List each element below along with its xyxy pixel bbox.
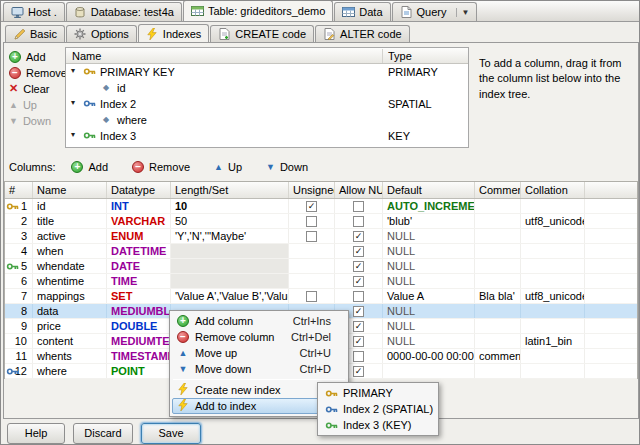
allow-null-checkbox[interactable]: ✓ (353, 231, 364, 242)
cell-collation[interactable]: utf8_unicode_ci (521, 289, 585, 303)
grid-header-allow-null[interactable]: Allow NULL (335, 182, 383, 198)
cell-default[interactable]: NULL (383, 229, 475, 243)
menu-item-add-column[interactable]: +Add columnCtrl+Ins (172, 313, 346, 329)
cell-comment[interactable] (475, 229, 521, 243)
cell-datatype[interactable]: DATE (107, 259, 171, 273)
cell-collation[interactable] (521, 364, 585, 378)
cell-datatype[interactable]: TIMESTAMP (107, 349, 171, 363)
columns-toolbar-remove[interactable]: −Remove (132, 161, 190, 173)
allow-null-checkbox[interactable]: ✓ (353, 246, 364, 257)
expand-arrow-icon[interactable]: ▾ (71, 98, 75, 107)
cell-name[interactable]: content (33, 334, 107, 348)
grid-row-active[interactable]: 3activeENUM'Y','N','''Maybe'✓NULL (5, 229, 637, 244)
allow-null-checkbox[interactable]: ✓ (353, 261, 364, 272)
cell-allow-null[interactable]: ✓ (335, 229, 383, 243)
unsigned-checkbox[interactable] (306, 231, 317, 242)
allow-null-checkbox[interactable]: ✓ (353, 276, 364, 287)
index-tree-row[interactable]: ▾Index 3KEY (66, 128, 468, 144)
cell-length-set[interactable] (171, 259, 289, 273)
cell-name[interactable]: active (33, 229, 107, 243)
help-button[interactable]: Help (7, 423, 65, 444)
cell-datatype[interactable]: MEDIUMTEXT (107, 334, 171, 348)
cell-default[interactable]: NULL (383, 259, 475, 273)
cell-comment[interactable] (475, 319, 521, 333)
cell-length-set[interactable]: 'Y','N','''Maybe' (171, 229, 289, 243)
grid-header-default[interactable]: Default (383, 182, 475, 198)
cell-collation[interactable] (521, 259, 585, 273)
unsigned-checkbox[interactable]: ✓ (306, 201, 317, 212)
allow-null-checkbox[interactable] (353, 216, 364, 227)
allow-null-checkbox[interactable]: ✓ (353, 321, 364, 332)
cell-default[interactable]: AUTO_INCREMENT (383, 199, 475, 213)
cell-allow-null[interactable]: ✓ (335, 274, 383, 288)
allow-null-checkbox[interactable] (353, 351, 364, 362)
grid-row-whendate[interactable]: 5whendateDATE✓NULL (5, 259, 637, 274)
submenu-item-index-2-spatial[interactable]: Index 2 (SPATIAL) (320, 401, 436, 417)
allow-null-checkbox[interactable] (353, 201, 364, 212)
cell-unsigned[interactable]: ✓ (289, 199, 335, 213)
index-toolbar-clear[interactable]: ✕Clear (9, 81, 50, 96)
menu-item-move-up[interactable]: ▲Move upCtrl+U (172, 345, 346, 361)
cell-collation[interactable] (521, 199, 585, 213)
allow-null-checkbox[interactable]: ✓ (353, 336, 364, 347)
cell-unsigned[interactable] (289, 214, 335, 228)
cell-allow-null[interactable]: ✓ (335, 259, 383, 273)
cell-default[interactable]: 0000-00-00 00:00:00 (383, 349, 475, 363)
cell-name[interactable]: whendate (33, 259, 107, 273)
main-tab-host[interactable]: Host . (3, 2, 65, 21)
cell-length-set[interactable] (171, 274, 289, 288)
grid-header-comment[interactable]: Comment (475, 182, 521, 198)
cell-length-set[interactable]: 50 (171, 214, 289, 228)
cell-default[interactable]: NULL (383, 334, 475, 348)
allow-null-checkbox[interactable]: ✓ (353, 306, 364, 317)
grid-row-whentime[interactable]: 6whentimeTIME✓NULL (5, 274, 637, 289)
cell-unsigned[interactable] (289, 289, 335, 303)
cell-default[interactable]: NULL (383, 274, 475, 288)
columns-toolbar-add[interactable]: +Add (71, 161, 108, 173)
main-tab-database-test4a[interactable]: Database: test4a (66, 2, 182, 21)
cell-allow-null[interactable] (335, 199, 383, 213)
allow-null-checkbox[interactable] (353, 291, 364, 302)
cell-default[interactable]: NULL (383, 244, 475, 258)
cell-datatype[interactable]: INT (107, 199, 171, 213)
cell-default[interactable]: NULL (383, 319, 475, 333)
cell-collation[interactable] (521, 274, 585, 288)
cell-datatype[interactable]: TIME (107, 274, 171, 288)
expand-arrow-icon[interactable]: ▾ (71, 130, 75, 139)
cell-comment[interactable]: Bla bla' (475, 289, 521, 303)
cell-name[interactable]: mappings (33, 289, 107, 303)
cell-name[interactable]: id (33, 199, 107, 213)
tab-dropdown-icon[interactable]: ▼ (456, 8, 470, 17)
cell-default[interactable]: Value A (383, 289, 475, 303)
cell-comment[interactable] (475, 304, 521, 318)
cell-comment[interactable] (475, 259, 521, 273)
cell-default[interactable]: NULL (383, 304, 475, 318)
cell-datatype[interactable]: MEDIUMBLOB (107, 304, 171, 318)
cell-collation[interactable] (521, 319, 585, 333)
grid-row-title[interactable]: 2titleVARCHAR50'blub'utf8_unicode_ci (5, 214, 637, 229)
cell-allow-null[interactable]: ✓ (335, 244, 383, 258)
cell-comment[interactable] (475, 214, 521, 228)
cell-comment[interactable] (475, 274, 521, 288)
cell-collation[interactable] (521, 304, 585, 318)
grid-header-length-set[interactable]: Length/Set (171, 182, 289, 198)
cell-name[interactable]: data (33, 304, 107, 318)
grid-header-datatype[interactable]: Datatype (107, 182, 171, 198)
main-tab-table-grideditors-demo[interactable]: Table: grideditors_demo (183, 0, 333, 21)
cell-name[interactable]: title (33, 214, 107, 228)
submenu-item-primary[interactable]: PRIMARY (320, 385, 436, 401)
cell-allow-null[interactable] (335, 289, 383, 303)
sub-tab-options[interactable]: Options (66, 25, 137, 42)
cell-comment[interactable]: comment (475, 349, 521, 363)
columns-toolbar-up[interactable]: ▲Up (214, 161, 242, 173)
cell-datatype[interactable]: SET (107, 289, 171, 303)
cell-datatype[interactable]: VARCHAR (107, 214, 171, 228)
grid-row-id[interactable]: 1idINT10✓AUTO_INCREMENT (5, 199, 637, 214)
cell-length-set[interactable]: 10 (171, 199, 289, 213)
cell-name[interactable]: whents (33, 349, 107, 363)
menu-item-remove-column[interactable]: −Remove columnCtrl+Del (172, 329, 346, 345)
sub-tab-create-code[interactable]: CREATE code (210, 25, 314, 42)
cell-collation[interactable] (521, 349, 585, 363)
cell-collation[interactable] (521, 244, 585, 258)
grid-row-mappings[interactable]: 7mappingsSET'Value A','Value B','Value C… (5, 289, 637, 304)
